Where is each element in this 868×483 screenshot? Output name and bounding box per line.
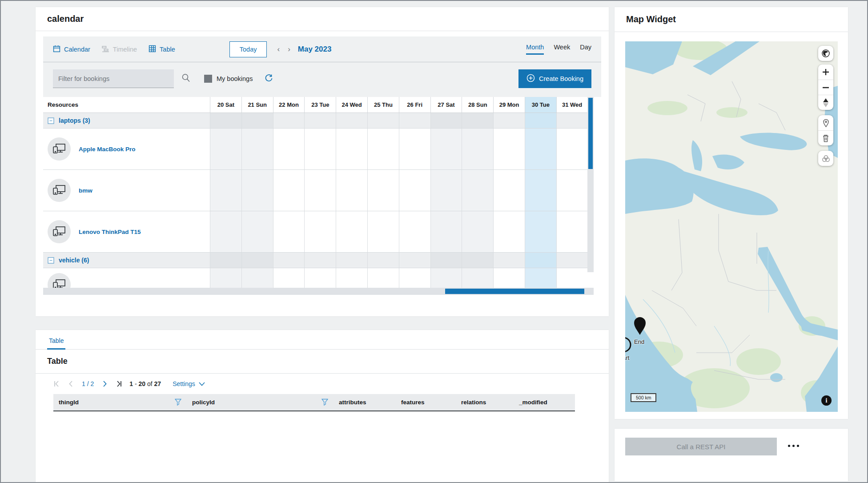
calendar-cell[interactable] [493, 211, 525, 252]
calendar-cell[interactable] [493, 253, 525, 268]
calendar-cell[interactable] [367, 113, 399, 128]
view-month[interactable]: Month [526, 44, 544, 55]
calendar-cell[interactable] [493, 113, 525, 128]
call-rest-api-button[interactable]: Call a REST API [625, 438, 777, 455]
calendar-cell[interactable] [367, 170, 399, 211]
calendar-cell[interactable] [525, 170, 556, 211]
calendar-cell[interactable] [210, 268, 241, 288]
calendar-cell[interactable] [241, 113, 273, 128]
calendar-cell[interactable] [462, 268, 493, 288]
calendar-cell[interactable] [430, 113, 462, 128]
delete-button[interactable] [818, 130, 833, 145]
calendar-cell[interactable] [430, 129, 462, 169]
calendar-cell[interactable] [304, 113, 336, 128]
resource-link[interactable]: Lenovo ThinkPad T15 [79, 229, 141, 235]
calendar-cell[interactable] [273, 253, 305, 268]
calendar-cell[interactable] [399, 129, 430, 169]
calendar-cell[interactable] [210, 253, 241, 268]
calendar-cell[interactable] [399, 170, 430, 211]
calendar-cell[interactable] [556, 170, 588, 211]
calendar-cell[interactable] [525, 113, 556, 128]
calendar-cell[interactable] [273, 268, 305, 288]
calendar-cell[interactable] [399, 211, 430, 252]
next-period-icon[interactable]: › [284, 45, 294, 54]
calendar-cell[interactable] [367, 129, 399, 169]
tab-table[interactable]: Table [149, 45, 175, 54]
add-pin-button[interactable] [818, 115, 833, 130]
view-week[interactable]: Week [554, 44, 570, 55]
next-page-icon[interactable] [101, 380, 108, 387]
calendar-cell[interactable] [210, 211, 241, 252]
calendar-cell[interactable] [525, 211, 556, 252]
layers-button[interactable] [818, 151, 833, 166]
resource-link[interactable]: bmw [79, 187, 92, 194]
create-booking-button[interactable]: Create Booking [518, 69, 591, 88]
calendar-cell[interactable] [367, 253, 399, 268]
calendar-cell[interactable] [241, 211, 273, 252]
collapse-icon[interactable] [48, 257, 54, 264]
calendar-cell[interactable] [493, 170, 525, 211]
calendar-cell[interactable] [556, 253, 588, 268]
collapse-icon[interactable] [48, 117, 54, 124]
calendar-cell[interactable] [430, 211, 462, 252]
vertical-scrollbar-thumb[interactable] [588, 98, 593, 169]
zoom-out-button[interactable] [818, 80, 833, 95]
calendar-cell[interactable] [273, 113, 305, 128]
map-canvas[interactable]: End Start [625, 41, 838, 412]
calendar-cell[interactable] [241, 129, 273, 169]
today-button[interactable]: Today [229, 41, 267, 57]
calendar-cell[interactable] [210, 113, 241, 128]
calendar-cell[interactable] [273, 211, 305, 252]
zoom-in-button[interactable] [818, 64, 833, 80]
calendar-cell[interactable] [525, 129, 556, 169]
calendar-cell[interactable] [525, 268, 556, 288]
calendar-cell[interactable] [304, 253, 336, 268]
prev-page-icon[interactable] [68, 380, 75, 387]
calendar-cell[interactable] [556, 129, 588, 169]
calendar-cell[interactable] [304, 268, 336, 288]
calendar-cell[interactable] [273, 170, 305, 211]
calendar-cell[interactable] [399, 268, 430, 288]
context-menu-button[interactable] [788, 445, 799, 447]
calendar-cell[interactable] [462, 253, 493, 268]
calendar-cell[interactable] [462, 170, 493, 211]
calendar-cell[interactable] [241, 253, 273, 268]
calendar-cell[interactable] [556, 268, 587, 288]
calendar-cell[interactable] [336, 129, 367, 169]
resource-link[interactable]: Apple MacBook Pro [79, 146, 136, 153]
vertical-scrollbar[interactable] [587, 97, 594, 272]
calendar-cell[interactable] [367, 268, 399, 288]
horizontal-scrollbar-thumb[interactable] [445, 289, 584, 294]
last-page-icon[interactable] [115, 380, 122, 387]
globe-button[interactable] [818, 46, 833, 61]
calendar-cell[interactable] [556, 211, 588, 252]
calendar-cell[interactable] [367, 211, 399, 252]
calendar-cell[interactable] [336, 211, 367, 252]
calendar-cell[interactable] [430, 170, 462, 211]
booking-filter-input[interactable] [53, 69, 174, 88]
calendar-cell[interactable] [493, 268, 525, 288]
calendar-cell[interactable] [493, 129, 525, 169]
calendar-cell[interactable] [304, 211, 336, 252]
calendar-cell[interactable] [462, 211, 493, 252]
my-bookings-checkbox[interactable] [204, 75, 212, 83]
compass-button[interactable] [818, 95, 833, 110]
calendar-cell[interactable] [336, 113, 367, 128]
tab-calendar[interactable]: Calendar [53, 45, 90, 54]
prev-period-icon[interactable]: ‹ [273, 45, 284, 54]
calendar-cell[interactable] [525, 253, 556, 268]
calendar-cell[interactable] [430, 253, 462, 268]
calendar-cell[interactable] [430, 268, 462, 288]
filter-icon[interactable] [175, 398, 181, 407]
calendar-cell[interactable] [399, 113, 430, 128]
calendar-cell[interactable] [336, 170, 367, 211]
calendar-cell[interactable] [210, 129, 241, 169]
calendar-cell[interactable] [399, 253, 430, 268]
calendar-cell[interactable] [462, 113, 493, 128]
settings-button[interactable]: Settings [173, 380, 205, 387]
tab-table-widget[interactable]: Table [47, 337, 65, 350]
calendar-cell[interactable] [304, 129, 336, 169]
calendar-cell[interactable] [336, 268, 367, 288]
horizontal-scrollbar[interactable] [43, 288, 594, 295]
calendar-cell[interactable] [304, 170, 336, 211]
